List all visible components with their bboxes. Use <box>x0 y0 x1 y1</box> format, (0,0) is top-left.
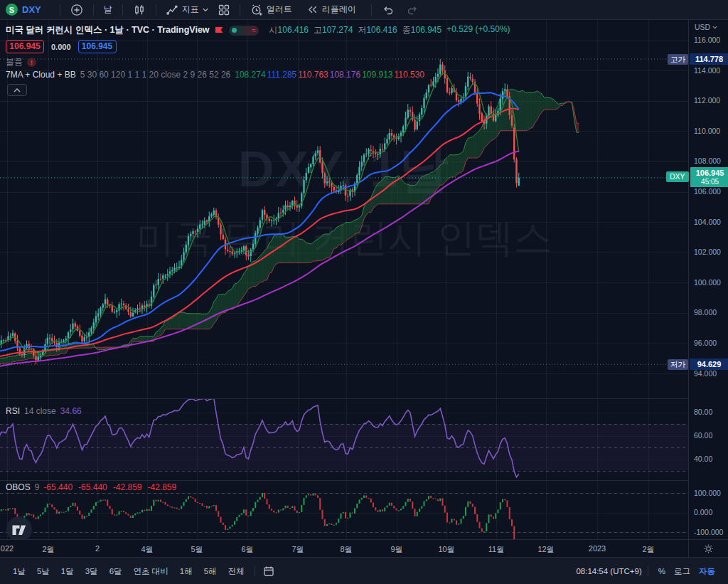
data-delay-icon: ≈ <box>252 27 256 34</box>
ma-value: 111.285 <box>267 70 297 80</box>
price-chart-canvas[interactable] <box>0 19 688 539</box>
gear-icon[interactable] <box>703 543 714 554</box>
pane-separator-obos[interactable] <box>0 480 728 481</box>
toolbar-divider <box>648 566 648 577</box>
axis-tick: 0.000 <box>694 508 712 516</box>
time-axis-label: 5월 <box>191 544 203 555</box>
market-status-indicator[interactable]: ≈ <box>229 26 259 36</box>
chevron-up-icon <box>14 88 21 92</box>
axis-tick: 104.000 <box>694 218 721 226</box>
range-button-2[interactable]: 5날 <box>33 563 54 580</box>
high-label: 고 <box>314 25 322 35</box>
layout-grid-icon <box>218 4 230 16</box>
range-button-8[interactable]: 5해 <box>200 563 221 580</box>
chart-area[interactable]: DXY, 1날 미국 달러 커런시 인덱스 미국 달러 커런시 인덱스 · 1날… <box>0 19 728 557</box>
close-label: 종 <box>402 25 411 35</box>
indicators-button[interactable]: 지표 <box>163 1 212 18</box>
alert-button[interactable]: 얼러트 <box>247 1 296 18</box>
open-label: 시 <box>269 25 278 35</box>
ma-indicator-name: 7MA + Cloud + BB <box>6 70 76 80</box>
change-value: +0.529 (+0.50%) <box>446 24 510 36</box>
trade-buttons-row: 106.945 0.000 106.945 <box>6 40 117 53</box>
rsi-name: RSI <box>6 406 20 416</box>
range-button-7[interactable]: 1해 <box>176 563 197 580</box>
redo-arrow-icon <box>406 4 419 16</box>
indicator-chart-icon <box>166 4 178 16</box>
volume-legend[interactable]: 볼륨 ! <box>6 56 36 68</box>
symbol-search-button[interactable]: S DXY <box>6 4 41 16</box>
date-range-buttons: 1날5날1달3달6달연초 대비1해5해전체 <box>9 563 249 580</box>
chart-style-button[interactable] <box>129 1 149 18</box>
ma-indicator-legend[interactable]: 7MA + Cloud + BB 5 30 60 120 1 1 1 20 cl… <box>6 70 426 80</box>
low-tag: 저가 <box>668 359 688 370</box>
obos-param: 9 <box>35 482 40 492</box>
bottom-toolbar: 1날5날1달3달6달연초 대비1해5해전체 08:14:54 (UTC+9) %… <box>0 557 728 584</box>
obos-value: -65.440 <box>78 482 107 492</box>
axis-tick: 102.000 <box>694 248 721 256</box>
axis-tick: 80.00 <box>694 408 712 416</box>
time-axis-label: 10월 <box>438 544 454 555</box>
calendar-icon <box>263 566 274 577</box>
ma-indicator-values: 108.274111.285110.763108.176109.913110.5… <box>235 70 426 80</box>
legend-collapse-button[interactable] <box>7 84 27 96</box>
time-axis[interactable]: 0222월24월5월6월7월8월9월10월11월12월20232월 <box>0 539 728 558</box>
rsi-params: 14 close <box>24 406 56 416</box>
undo-button[interactable] <box>378 1 398 18</box>
axis-tick: -100.000 <box>694 528 723 536</box>
axis-tick: 110.000 <box>694 127 720 135</box>
high-price-label: 고가 114.778 <box>668 53 728 65</box>
buy-button[interactable]: 106.945 <box>78 40 117 53</box>
current-price-label[interactable]: DXY 106.945 45:05 <box>666 167 728 187</box>
clock-display[interactable]: 08:14:54 (UTC+9) <box>576 567 641 575</box>
pane-separator-rsi[interactable] <box>0 398 728 399</box>
time-axis-label: 022 <box>1 544 14 553</box>
layout-grid-button[interactable] <box>215 2 233 18</box>
interval-button[interactable]: 날 <box>100 1 116 18</box>
volume-label: 볼륨 <box>6 56 23 68</box>
axis-settings-corner[interactable] <box>688 540 728 558</box>
top-toolbar: S DXY 날 지표 얼러트 리플레이 <box>0 0 728 20</box>
compare-add-button[interactable] <box>67 1 87 18</box>
toolbar-divider <box>156 4 156 16</box>
percent-scale-button[interactable]: % <box>654 564 670 578</box>
auto-scale-button[interactable]: 자동 <box>695 563 719 580</box>
obos-value: -42.859 <box>113 482 142 492</box>
time-axis-label: 8월 <box>340 544 352 555</box>
alarm-clock-icon <box>250 4 263 16</box>
ma-value: 109.913 <box>362 70 392 80</box>
toolbar-divider <box>93 4 94 16</box>
range-button-3[interactable]: 1달 <box>57 563 78 580</box>
volume-warning-icon[interactable]: ! <box>27 58 36 67</box>
range-button-1[interactable]: 1날 <box>9 563 30 580</box>
time-axis-label: 11월 <box>488 544 504 555</box>
range-button-9[interactable]: 전체 <box>224 563 249 580</box>
redo-button[interactable] <box>402 1 422 18</box>
axis-tick: 60.00 <box>694 431 712 440</box>
axis-tick: 100.000 <box>694 278 721 287</box>
go-to-date-button[interactable] <box>261 563 277 579</box>
chart-title[interactable]: 미국 달러 커런시 인덱스 · 1날 · TVC · TradingView <box>6 24 210 36</box>
rsi-value: 34.66 <box>60 406 82 416</box>
rsi-legend[interactable]: RSI 14 close 34.66 <box>6 406 82 416</box>
symbol-logo-icon: S <box>6 4 18 16</box>
obos-name: OBOS <box>6 482 31 492</box>
obos-legend[interactable]: OBOS 9 -65.440-65.440-42.859-42.859 <box>6 482 182 492</box>
flag-icon[interactable] <box>215 26 224 35</box>
time-axis-label: 6월 <box>241 544 253 555</box>
spread-value: 0.000 <box>51 43 71 51</box>
low-label: 저 <box>358 25 366 35</box>
replay-button[interactable]: 리플레이 <box>303 1 360 18</box>
log-scale-button[interactable]: 로그 <box>670 563 695 580</box>
toolbar-divider <box>240 4 240 16</box>
time-axis-label: 2월 <box>642 544 654 555</box>
low-value: 106.416 <box>366 25 397 35</box>
ma-value: 108.274 <box>235 70 265 80</box>
high-tag: 고가 <box>668 54 688 65</box>
sell-button[interactable]: 106.945 <box>6 40 44 53</box>
range-button-4[interactable]: 3달 <box>81 563 102 580</box>
range-button-6[interactable]: 연초 대비 <box>129 563 173 580</box>
currency-selector[interactable]: USD <box>695 23 717 31</box>
price-axis[interactable]: USD 고가 114.778 DXY 106.945 45:05 저가 94.6… <box>688 19 728 539</box>
range-button-5[interactable]: 6달 <box>105 563 127 580</box>
axis-tick: 112.000 <box>694 96 720 105</box>
